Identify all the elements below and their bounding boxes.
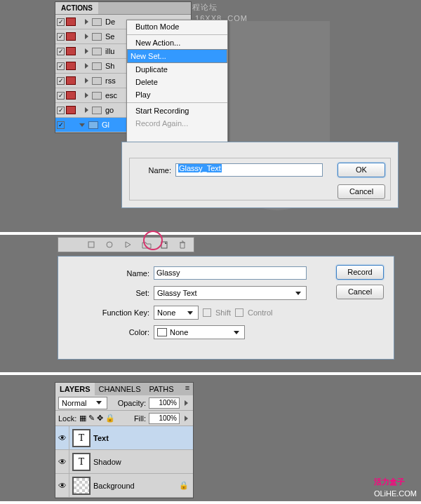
chevron-right-icon[interactable] [85,78,88,83]
set-label: Set: [65,289,149,297]
menu-new-set[interactable]: New Set... [127,49,227,63]
folder-icon [92,33,102,41]
actions-panel-footer [58,237,194,252]
chevron-down-icon [234,331,239,334]
lock-transparency-icon[interactable]: ▦ [79,414,86,423]
checkbox-icon[interactable]: ✓ [57,33,65,41]
chevron-right-icon[interactable] [85,48,88,54]
chevron-down-icon[interactable] [79,123,85,127]
menu-new-action[interactable]: New Action... [127,36,227,49]
svg-point-1 [107,242,112,247]
toggle-dialog-icon[interactable] [66,62,76,70]
action-row-label: esc [103,91,117,100]
layer-item[interactable]: 👁TText [55,426,193,450]
menu-duplicate[interactable]: Duplicate [127,63,227,76]
menu-button-mode[interactable]: Button Mode [127,20,227,33]
layer-name: Background [93,482,135,490]
folder-icon [92,107,102,114]
layer-item[interactable]: 👁TShadow [55,450,193,474]
toggle-dialog-icon[interactable] [66,32,76,41]
shift-checkbox [203,308,211,317]
chevron-down-icon [96,401,102,404]
folder-icon [92,77,102,85]
name-label: Name: [143,166,171,175]
visibility-icon[interactable]: 👁 [55,474,69,497]
text-layer-thumbnail: T [72,429,91,447]
actions-tab[interactable]: ACTIONS [55,2,98,14]
highlight-circle [143,231,163,250]
panel-menu-icon[interactable]: ≡ [182,383,193,393]
color-swatch [157,328,167,336]
svg-marker-2 [126,242,131,247]
chevron-down-icon [187,311,193,315]
opacity-input[interactable]: 100% [149,397,180,409]
lock-label: Lock: [58,414,76,423]
tab-layers[interactable]: LAYERS [55,383,95,395]
footer-watermark-b: OLiHE.COM [374,489,417,498]
chevron-right-icon[interactable] [85,19,88,25]
visibility-icon[interactable]: 👁 [55,450,69,473]
visibility-icon[interactable]: 👁 [55,426,69,449]
layer-name: Text [93,434,109,442]
record-button[interactable]: Record [336,265,384,280]
checkbox-icon[interactable]: ✓ [57,48,65,55]
lock-pixels-icon[interactable]: ✎ [88,414,95,423]
action-row-label: De [103,18,115,26]
blend-mode-select[interactable]: Normal [58,397,107,409]
checkbox-icon[interactable]: ✓ [57,92,65,100]
set-name-input[interactable]: Glassy_Text [175,163,323,177]
chevron-right-icon[interactable] [85,63,88,69]
toggle-dialog-icon[interactable] [66,106,76,114]
checkbox-icon[interactable]: ✓ [57,77,65,85]
layer-item[interactable]: 👁Background🔒 [55,474,193,498]
lock-all-icon[interactable]: 🔒 [105,414,115,423]
toggle-dialog-icon[interactable] [66,76,76,85]
cancel-button[interactable]: Cancel [336,285,384,299]
cancel-button[interactable]: Cancel [338,184,385,199]
menu-play[interactable]: Play [127,88,227,101]
shift-label: Shift [215,308,231,317]
trash-icon[interactable] [178,240,187,249]
checkbox-icon[interactable]: ✓ [57,121,65,129]
fill-input[interactable]: 100% [149,413,180,424]
checkbox-icon[interactable]: ✓ [57,107,65,114]
tab-paths[interactable]: PATHS [145,383,178,395]
action-name-input[interactable]: Glassy [154,266,307,280]
action-row-label: go [103,106,114,114]
lock-position-icon[interactable]: ✥ [97,414,103,423]
new-set-dialog: Name: Glassy_Text OK Cancel [121,142,399,208]
tab-channels[interactable]: CHANNELS [95,383,145,395]
record-icon[interactable] [105,240,114,249]
action-row-label: Se [103,32,114,41]
menu-start-recording[interactable]: Start Recording [127,104,227,117]
chevron-right-icon[interactable] [85,34,88,39]
layers-panel: LAYERS CHANNELS PATHS ≡ Normal Opacity: … [55,382,194,498]
chevron-right-icon[interactable] [185,416,188,421]
chevron-right-icon[interactable] [85,93,88,98]
folder-icon [88,121,98,129]
menu-delete[interactable]: Delete [127,76,227,88]
chevron-right-icon[interactable] [85,107,88,113]
chevron-down-icon [295,292,301,295]
footer-watermark-a: 活力盒子 [374,477,405,486]
chevron-right-icon[interactable] [185,400,188,406]
function-key-select[interactable]: None [154,306,199,320]
toggle-dialog-icon[interactable] [66,47,76,55]
color-select[interactable]: None [154,325,245,339]
ok-button[interactable]: OK [338,163,385,177]
svg-rect-0 [88,242,94,247]
action-row-label: Gl [100,121,109,129]
control-label: Control [248,308,272,317]
fill-label: Fill: [134,414,146,423]
color-label: Color: [65,328,149,336]
opacity-label: Opacity: [118,399,146,407]
set-select[interactable]: Glassy Text [154,286,307,300]
toggle-dialog-icon[interactable] [66,91,76,100]
checkbox-icon[interactable]: ✓ [57,62,65,70]
new-action-dialog: Name: Glassy Set: Glassy Text Function K… [58,256,394,360]
play-icon[interactable] [123,240,132,249]
toggle-dialog-icon[interactable] [66,18,76,26]
folder-icon [92,62,102,70]
stop-icon[interactable] [87,240,95,249]
checkbox-icon[interactable]: ✓ [57,18,65,26]
